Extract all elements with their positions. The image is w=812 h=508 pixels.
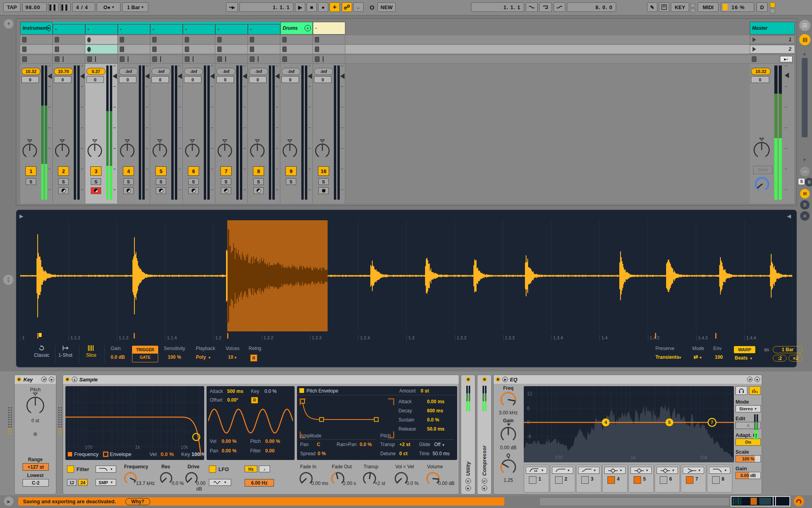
audition-button[interactable] <box>735 386 747 395</box>
preserve-selector[interactable]: Transients▾ <box>655 354 681 360</box>
eq-band-shape-selector[interactable]: ▼ <box>657 467 678 474</box>
punch-in-button[interactable] <box>526 2 538 12</box>
track-header[interactable]: Drums▼ <box>280 22 313 35</box>
track-activator-button[interactable]: 5 <box>155 166 167 176</box>
track-volume-value[interactable]: -Inf <box>314 68 333 75</box>
key-range-value[interactable]: +127 st <box>23 463 49 471</box>
amp-ranpan-value[interactable]: 0.0 % <box>360 442 372 447</box>
eq-band-toggle[interactable] <box>634 476 641 484</box>
warp-double-button[interactable]: ×2 <box>789 355 802 362</box>
lfo-offset-value[interactable]: 0.00° <box>227 397 238 403</box>
pitch-detune-value[interactable]: 0 ct <box>399 451 408 456</box>
pitch-glide-value[interactable]: Off ▼ <box>434 442 445 447</box>
metronome-button[interactable]: O●▾ <box>97 2 121 12</box>
eq-band-shape-selector[interactable]: ▼ <box>552 467 573 474</box>
sends-section-toggle[interactable]: S <box>799 179 804 185</box>
overdub-button[interactable]: + <box>329 2 340 12</box>
delay-section-toggle[interactable]: D <box>800 200 810 210</box>
clip-slot[interactable] <box>85 45 118 54</box>
show-hide-info-icon[interactable]: ▶ <box>4 496 13 506</box>
stop-clip-button[interactable] <box>250 56 255 62</box>
clip-slot[interactable] <box>53 35 85 44</box>
stop-clip-button[interactable] <box>217 56 222 62</box>
track-activator-button[interactable]: 4 <box>123 166 134 176</box>
track-pan-knob[interactable] <box>314 139 330 160</box>
clip-slot[interactable] <box>183 45 215 54</box>
track-volume-value[interactable]: 10.32 <box>21 68 40 75</box>
global-knob-value[interactable]: 2.00 s <box>343 481 356 486</box>
eq-output-gain-value[interactable]: 0.00 dB <box>735 472 761 479</box>
warp-mode-selector[interactable]: Beats ▾ <box>735 355 752 361</box>
one-shot-mode-button[interactable]: 1-Shot <box>53 345 78 358</box>
warp-button[interactable]: WARP <box>734 346 755 353</box>
waveform-display[interactable] <box>20 220 793 331</box>
pitch-env-toggle[interactable] <box>299 388 304 393</box>
stop-clip-button[interactable] <box>22 56 27 62</box>
disk-overload-indicator[interactable]: D <box>756 2 768 12</box>
stop-clip-icon[interactable] <box>752 56 756 62</box>
clip-slot[interactable] <box>118 35 150 44</box>
track-solo-button[interactable]: S <box>188 178 199 185</box>
save-preset-icon[interactable]: ■ <box>482 485 487 491</box>
master-volume-value[interactable]: 10.32 <box>751 68 771 75</box>
io-section-toggle[interactable]: I-O <box>800 167 810 176</box>
gate-button[interactable]: GATE <box>132 354 158 361</box>
track-volume-value[interactable]: -Inf <box>282 68 301 75</box>
track-pan-knob[interactable] <box>152 139 168 160</box>
tempo-field[interactable]: 98.00 <box>22 2 47 12</box>
session-record-button[interactable] <box>342 2 352 12</box>
midi-map-button[interactable]: MIDI <box>698 2 718 12</box>
filter-on-toggle[interactable] <box>67 466 74 473</box>
eq-q-value[interactable]: 1.25 <box>494 477 523 483</box>
clip-slot[interactable] <box>248 35 280 44</box>
track-arm-button[interactable] <box>221 187 231 194</box>
track-solo-button[interactable]: S <box>123 178 134 185</box>
clip-slot[interactable] <box>150 45 183 54</box>
sample-end-arrow-icon[interactable]: ◀ <box>787 213 791 219</box>
eq-curve-display[interactable]: 1260-6-121001k10k457 <box>524 386 734 462</box>
env-value[interactable]: 100 <box>715 354 723 360</box>
global-knob-value[interactable]: +2 st <box>375 481 385 486</box>
lfo-filter-value[interactable]: 0.00 <box>265 448 274 454</box>
eq-freq-value[interactable]: 3.00 kHz <box>494 410 523 416</box>
warp-half-button[interactable]: :2 <box>773 355 787 362</box>
track-arm-button[interactable] <box>318 187 329 194</box>
stop-button[interactable]: ■ <box>306 2 317 12</box>
adsr-sustain-value[interactable]: 0.0 % <box>427 417 439 423</box>
eq-band-toggle[interactable] <box>555 476 563 484</box>
stop-clip-button[interactable] <box>282 56 287 62</box>
stop-clip-button[interactable] <box>55 56 59 62</box>
loop-button[interactable] <box>539 2 552 12</box>
key-map-dot[interactable] <box>33 432 37 436</box>
track-volume-value[interactable]: 10.70 <box>54 68 73 75</box>
hot-swap-icon[interactable]: ⇄ <box>482 478 487 484</box>
nudge-up-icon[interactable]: ▌▌ <box>60 2 71 12</box>
track-pan-value[interactable]: 0 <box>184 76 201 83</box>
scroll-up-icon[interactable]: ▲ <box>802 51 807 56</box>
track-header[interactable]: - <box>118 24 150 35</box>
follow-button[interactable]: ••▶ <box>226 2 238 12</box>
arrangement-position-field[interactable]: 1. 1. 1 <box>239 2 293 12</box>
nudge-down-icon[interactable]: ▌▌ <box>48 2 59 12</box>
clip-slot[interactable] <box>280 45 313 54</box>
track-solo-button[interactable]: S <box>221 178 231 185</box>
filter-freq-knob[interactable] <box>123 471 138 487</box>
track-arm-button[interactable] <box>156 187 166 194</box>
pitch-transp-value[interactable]: +2 st <box>399 442 410 447</box>
track-arm-button[interactable] <box>123 187 134 194</box>
group-fold-icon[interactable]: ▶ <box>47 25 51 31</box>
track-pan-knob[interactable] <box>54 139 70 160</box>
track-pan-value[interactable]: 0 <box>119 76 136 83</box>
warp-marker[interactable] <box>37 333 38 339</box>
device-on-icon[interactable] <box>496 377 500 382</box>
utility-device[interactable]: Utility ⇄ ■ <box>461 375 475 495</box>
scroll-down-icon[interactable]: ▼ <box>802 157 807 163</box>
track-pan-knob[interactable] <box>22 139 38 160</box>
time-signature-field[interactable]: 4 / 4 <box>72 2 95 12</box>
computer-midi-keyboard-button[interactable] <box>659 2 669 12</box>
clip-slot[interactable] <box>118 45 150 54</box>
save-preset-icon[interactable]: ■ <box>49 377 54 382</box>
eq-q-knob[interactable] <box>500 458 517 477</box>
clip-slot[interactable] <box>248 45 280 54</box>
save-preset-icon[interactable]: ■ <box>465 485 471 491</box>
